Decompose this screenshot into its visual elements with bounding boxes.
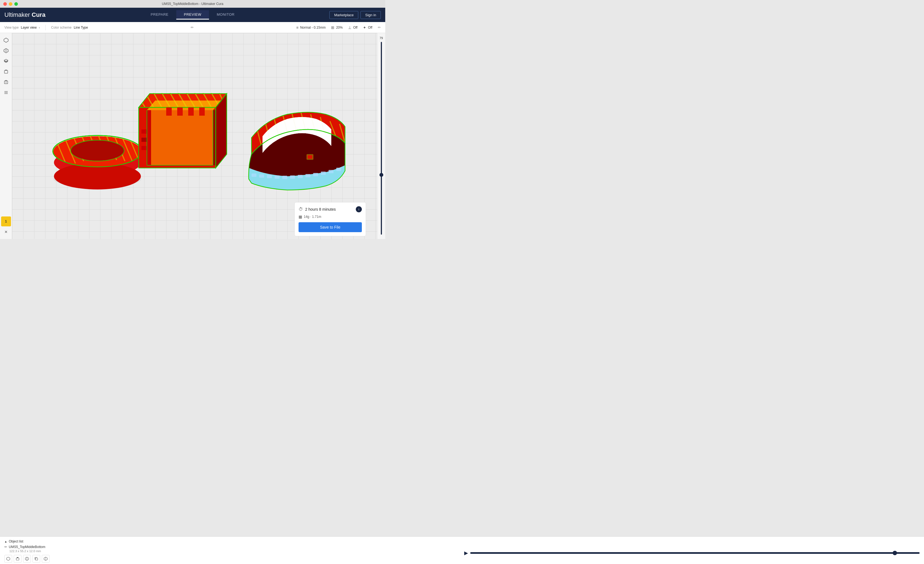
svg-rect-89 xyxy=(313,173,318,176)
close-window-button[interactable] xyxy=(3,2,7,6)
svg-rect-84 xyxy=(274,175,280,179)
window-title: UMS5_TopMiddleBottom - Ultimaker Cura xyxy=(162,2,223,6)
tab-preview[interactable]: PREVIEW xyxy=(176,10,209,20)
svg-rect-85 xyxy=(282,176,287,179)
app-title: Ultimaker Cura xyxy=(4,11,45,18)
support-item: ⊥ Off xyxy=(348,26,357,30)
titlebar: UMS5_TopMiddleBottom - Ultimaker Cura xyxy=(0,0,385,8)
nav-tabs: PREPARE PREVIEW MONITOR xyxy=(143,10,242,20)
view-type-label: View type xyxy=(4,26,19,30)
infill-item: ⊞ 20% xyxy=(331,26,343,30)
marketplace-button[interactable]: Marketplace xyxy=(329,11,358,19)
svg-point-0 xyxy=(5,50,7,52)
svg-rect-90 xyxy=(321,171,326,175)
xray-view-button[interactable] xyxy=(1,46,11,56)
info-badge-button[interactable]: i xyxy=(356,206,362,212)
svg-rect-92 xyxy=(336,168,341,171)
svg-rect-61 xyxy=(141,129,147,134)
solid-view-button[interactable] xyxy=(1,35,11,45)
close-sidebar-icon: ✕ xyxy=(4,230,8,234)
material-text: 14g · 1.71m xyxy=(304,215,321,219)
view-type-value: Layer view xyxy=(21,26,37,30)
traffic-lights xyxy=(3,2,18,6)
profile-icon: ≡ xyxy=(296,26,298,30)
profile-value: Normal - 0.15mm xyxy=(300,26,326,30)
infill-value: 20% xyxy=(336,26,343,30)
layer-slider[interactable]: 79 xyxy=(377,33,385,239)
svg-rect-1 xyxy=(4,71,8,73)
material-row: ▦ 14g · 1.71m xyxy=(298,215,362,219)
layer-number-display: 79 xyxy=(380,36,383,40)
adhesion-icon: ✦ xyxy=(363,26,366,30)
support-view-button[interactable] xyxy=(1,77,11,87)
tab-prepare[interactable]: PREPARE xyxy=(143,10,176,20)
material-button[interactable] xyxy=(1,67,11,77)
svg-rect-69 xyxy=(188,107,194,116)
support-value: Off xyxy=(353,26,357,30)
toolbar-divider-1 xyxy=(45,25,46,30)
view-type-chevron[interactable]: ‹ xyxy=(39,26,40,29)
svg-rect-83 xyxy=(267,175,272,178)
minimize-window-button[interactable] xyxy=(9,2,12,6)
layer-slider-track[interactable] xyxy=(381,42,382,235)
app-title-bold: Cura xyxy=(32,11,45,18)
svg-rect-67 xyxy=(166,107,172,116)
svg-rect-62 xyxy=(141,138,147,142)
svg-rect-86 xyxy=(290,175,295,179)
save-to-file-button[interactable]: Save to File xyxy=(298,222,362,232)
toolbar: View type Layer view ‹ Color scheme Line… xyxy=(0,22,385,33)
color-scheme-edit-icon[interactable]: ✏ xyxy=(191,26,194,30)
toolbar-right: ≡ Normal - 0.15mm ⊞ 20% ⊥ Off ✦ Off ✏ xyxy=(296,26,381,30)
svg-rect-70 xyxy=(199,107,205,116)
menubar: Ultimaker Cura PREPARE PREVIEW MONITOR M… xyxy=(0,8,385,22)
adhesion-item: ✦ Off xyxy=(363,26,372,30)
layer-number-button[interactable]: 1 xyxy=(1,217,11,226)
material-icon: ▦ xyxy=(298,215,302,219)
svg-rect-87 xyxy=(298,175,303,178)
infill-icon: ⊞ xyxy=(331,26,334,30)
color-scheme-section: Color scheme Line Type xyxy=(51,26,88,30)
layers-view-button[interactable] xyxy=(1,56,11,66)
adhesion-value: Off xyxy=(368,26,372,30)
settings-edit-icon[interactable]: ✏ xyxy=(378,26,381,30)
svg-rect-68 xyxy=(177,107,183,116)
sidebar: 1 ✕ xyxy=(0,33,12,239)
main-area: 1 ✕ xyxy=(0,33,385,239)
tab-monitor[interactable]: MONITOR xyxy=(209,10,242,20)
svg-rect-59 xyxy=(147,110,151,165)
nav-right: Marketplace Sign in xyxy=(329,11,381,19)
time-row: ⏱ 2 hours 8 minutes i xyxy=(298,206,362,212)
signin-button[interactable]: Sign in xyxy=(360,11,381,19)
lines-view-button[interactable] xyxy=(1,87,11,98)
svg-rect-82 xyxy=(259,174,264,177)
close-sidebar-button[interactable]: ✕ xyxy=(1,227,11,237)
svg-rect-63 xyxy=(141,146,147,150)
svg-rect-88 xyxy=(305,174,310,177)
svg-rect-58 xyxy=(147,110,213,165)
svg-rect-91 xyxy=(328,170,333,173)
layer-number-label: 1 xyxy=(5,220,7,223)
support-icon: ⊥ xyxy=(348,26,351,30)
app-title-light: Ultimaker xyxy=(4,11,30,18)
color-scheme-value: Line Type xyxy=(74,26,88,30)
svg-rect-93 xyxy=(306,154,314,160)
time-icon: ⏱ xyxy=(298,207,303,212)
info-panel: ⏱ 2 hours 8 minutes i ▦ 14g · 1.71m Save… xyxy=(294,202,366,236)
profile-item: ≡ Normal - 0.15mm xyxy=(296,26,326,30)
layer-slider-handle[interactable] xyxy=(380,173,383,177)
maximize-window-button[interactable] xyxy=(14,2,18,6)
time-text: 2 hours 8 minutes xyxy=(305,207,354,212)
svg-rect-81 xyxy=(252,173,256,177)
viewport[interactable]: ⏱ 2 hours 8 minutes i ▦ 14g · 1.71m Save… xyxy=(12,33,377,239)
color-scheme-label: Color scheme xyxy=(51,26,72,30)
view-type-section: View type Layer view ‹ xyxy=(4,26,40,30)
